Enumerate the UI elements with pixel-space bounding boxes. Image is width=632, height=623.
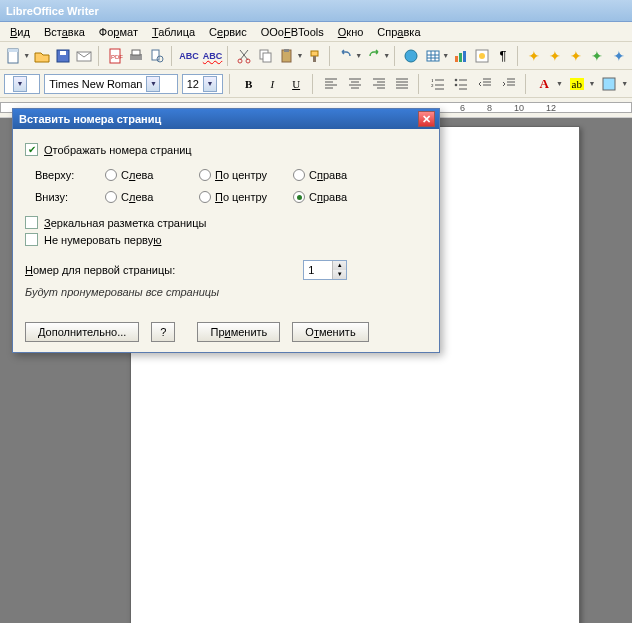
svg-text:2: 2 <box>431 83 434 88</box>
separator <box>525 74 529 94</box>
email-icon[interactable] <box>74 45 93 67</box>
svg-rect-8 <box>132 50 140 55</box>
undo-icon[interactable] <box>336 45 355 67</box>
separator <box>171 46 175 66</box>
top-left-label: Слева <box>121 169 153 181</box>
insert-table-icon[interactable] <box>423 45 442 67</box>
numbered-list-icon[interactable]: 12 <box>428 73 448 95</box>
bottom-right-radio[interactable] <box>293 191 305 203</box>
print-icon[interactable] <box>126 45 145 67</box>
clone-format-icon[interactable] <box>305 45 324 67</box>
svg-rect-18 <box>313 56 316 62</box>
svg-rect-21 <box>455 56 458 62</box>
svg-rect-9 <box>152 50 159 60</box>
menu-tools[interactable]: Сервис <box>203 24 253 40</box>
chevron-down-icon[interactable]: ▼ <box>203 76 217 92</box>
separator <box>312 74 316 94</box>
save-icon[interactable] <box>53 45 72 67</box>
star-blue-icon[interactable]: ✦ <box>609 45 628 67</box>
menu-insert[interactable]: Вставка <box>38 24 91 40</box>
new-doc-icon[interactable] <box>4 45 23 67</box>
bold-button[interactable]: B <box>239 73 259 95</box>
svg-rect-3 <box>60 51 66 55</box>
mirror-checkbox[interactable] <box>25 216 38 229</box>
show-numbers-checkbox[interactable]: ✔ <box>25 143 38 156</box>
font-size-combo[interactable]: 12 ▼ <box>182 74 224 94</box>
top-left-radio[interactable] <box>105 169 117 181</box>
bottom-left-radio[interactable] <box>105 191 117 203</box>
star-yellow3-icon[interactable]: ✦ <box>567 45 586 67</box>
separator <box>418 74 422 94</box>
spellcheck-icon[interactable]: ABC <box>178 45 200 67</box>
top-center-radio[interactable] <box>199 169 211 181</box>
align-justify-icon[interactable] <box>393 73 413 95</box>
bottom-center-label: По центру <box>215 191 267 203</box>
nonprint-icon[interactable]: ¶ <box>494 45 513 67</box>
svg-rect-20 <box>427 51 439 61</box>
bullet-list-icon[interactable] <box>452 73 472 95</box>
top-right-radio[interactable] <box>293 169 305 181</box>
style-combo[interactable]: ▼ <box>4 74 40 94</box>
window-title-bar: LibreOffice Writer <box>0 0 632 22</box>
menu-ooofbtools[interactable]: OOoFBTools <box>255 24 330 40</box>
font-color-icon[interactable]: A <box>534 73 554 95</box>
separator <box>329 46 333 66</box>
copy-icon[interactable] <box>256 45 275 67</box>
svg-point-29 <box>455 83 458 86</box>
spin-up-icon[interactable]: ▲ <box>333 261 346 270</box>
menu-bar: Вид Вставка Формат Таблица Сервис OOoFBT… <box>0 22 632 42</box>
menu-view[interactable]: Вид <box>4 24 36 40</box>
mirror-label: Зеркальная разметка страницы <box>44 217 206 229</box>
menu-table[interactable]: Таблица <box>146 24 201 40</box>
link-icon[interactable] <box>402 45 421 67</box>
outdent-icon[interactable] <box>475 73 495 95</box>
chevron-down-icon[interactable]: ▼ <box>13 76 27 92</box>
open-icon[interactable] <box>32 45 51 67</box>
indent-icon[interactable] <box>499 73 519 95</box>
help-button[interactable]: ? <box>151 322 175 342</box>
first-page-label: Номер для первой страницы: <box>25 264 175 276</box>
star-yellow-icon[interactable]: ✦ <box>524 45 543 67</box>
align-center-icon[interactable] <box>345 73 365 95</box>
first-page-spinner[interactable]: ▲ ▼ <box>303 260 347 280</box>
top-right-label: Справа <box>309 169 347 181</box>
skip-first-row: Не нумеровать первую <box>25 233 427 246</box>
font-name-combo[interactable]: Times New Roman ▼ <box>44 74 177 94</box>
preview-icon[interactable] <box>148 45 167 67</box>
svg-text:PDF: PDF <box>111 54 123 60</box>
more-button[interactable]: Дополнительно... <box>25 322 139 342</box>
bottom-right-label: Справа <box>309 191 347 203</box>
bottom-center-radio[interactable] <box>199 191 211 203</box>
menu-help[interactable]: Справка <box>371 24 426 40</box>
paste-icon[interactable] <box>277 45 296 67</box>
align-left-icon[interactable] <box>322 73 342 95</box>
align-right-icon[interactable] <box>369 73 389 95</box>
cut-icon[interactable] <box>235 45 254 67</box>
skip-first-checkbox[interactable] <box>25 233 38 246</box>
hint-text: Будут пронумерованы все страницы <box>25 286 427 298</box>
underline-button[interactable]: U <box>286 73 306 95</box>
autospell-icon[interactable]: ABC <box>202 45 224 67</box>
close-icon[interactable]: ✕ <box>418 111 435 127</box>
star-green-icon[interactable]: ✦ <box>588 45 607 67</box>
highlight-icon[interactable]: ab <box>567 73 587 95</box>
chart-icon[interactable] <box>451 45 470 67</box>
dialog-button-row: Дополнительно... ? Применить Отменить <box>25 322 427 342</box>
skip-first-label: Не нумеровать первую <box>44 234 161 246</box>
first-page-input[interactable] <box>304 261 332 279</box>
pdf-icon[interactable]: PDF <box>105 45 124 67</box>
menu-format[interactable]: Формат <box>93 24 144 40</box>
chevron-down-icon[interactable]: ▼ <box>146 76 160 92</box>
menu-window[interactable]: Окно <box>332 24 370 40</box>
spin-down-icon[interactable]: ▼ <box>333 270 346 279</box>
cancel-button[interactable]: Отменить <box>292 322 368 342</box>
star-yellow2-icon[interactable]: ✦ <box>545 45 564 67</box>
dialog-title-bar[interactable]: Вставить номера страниц ✕ <box>13 109 439 129</box>
navigator-icon[interactable] <box>472 45 491 67</box>
bgcolor-icon[interactable] <box>600 73 620 95</box>
main-toolbar: ▼ PDF ABC ABC ▼ ▼ ▼ ▼ ¶ ✦ ✦ ✦ ✦ ✦ <box>0 42 632 70</box>
apply-button[interactable]: Применить <box>197 322 280 342</box>
redo-icon[interactable] <box>364 45 383 67</box>
italic-button[interactable]: I <box>263 73 283 95</box>
svg-rect-17 <box>311 51 318 56</box>
